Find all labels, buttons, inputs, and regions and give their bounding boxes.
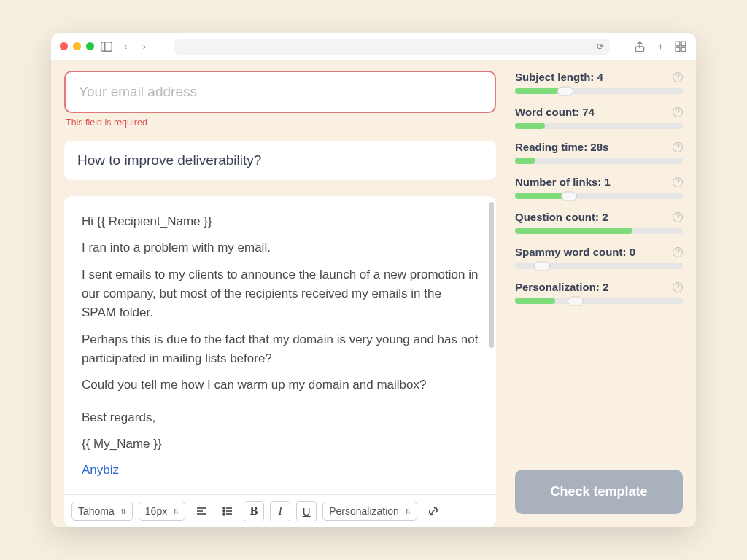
subject-text: How to improve deliverability?	[77, 152, 261, 168]
font-size-select[interactable]: 16px ⇅	[139, 502, 185, 521]
help-icon[interactable]: ?	[673, 282, 683, 292]
svg-point-12	[223, 510, 225, 512]
metric-label: Question count: 2	[515, 211, 608, 223]
metric-bar	[515, 192, 683, 199]
help-icon[interactable]: ?	[673, 72, 683, 82]
page-content: Your email address This field is require…	[51, 61, 696, 527]
metric-bar	[515, 228, 683, 234]
metric-label: Word count: 74	[515, 106, 595, 118]
scrollbar[interactable]	[489, 202, 494, 348]
body-line: Perhaps this is due to the fact that my …	[82, 330, 479, 369]
metric-bar	[515, 262, 683, 269]
left-column: Your email address This field is require…	[64, 71, 496, 527]
tabs-overview-icon[interactable]	[674, 40, 687, 53]
body-line: Best regards,	[82, 408, 479, 427]
metric-thumb[interactable]	[534, 261, 550, 271]
metric-thumb[interactable]	[557, 86, 573, 96]
svg-rect-4	[681, 42, 686, 46]
maximize-window-icon[interactable]	[86, 42, 94, 50]
browser-window: ‹ › ⟳ ＋ Your email address This field is…	[51, 33, 696, 527]
address-bar[interactable]: ⟳	[174, 39, 610, 55]
help-icon[interactable]: ?	[673, 107, 683, 117]
forward-icon[interactable]: ›	[138, 40, 151, 53]
new-tab-icon[interactable]: ＋	[654, 40, 667, 53]
metric-row: Spammy word count: 0?	[515, 246, 683, 269]
chevron-updown-icon: ⇅	[120, 508, 126, 516]
email-editor: Hi {{ Recipient_Name }} I ran into a pro…	[64, 196, 496, 527]
metric-row: Word count: 74?	[515, 106, 683, 129]
font-family-select[interactable]: Tahoma ⇅	[71, 502, 133, 521]
subject-input[interactable]: How to improve deliverability?	[64, 141, 496, 180]
metric-row: Question count: 2?	[515, 211, 683, 234]
body-line: I ran into a problem with my email.	[82, 238, 479, 257]
editor-toolbar: Tahoma ⇅ 16px ⇅ B I U	[64, 494, 496, 527]
body-link[interactable]: Anybiz	[82, 463, 119, 477]
svg-point-14	[223, 513, 225, 515]
svg-rect-0	[101, 42, 112, 50]
email-input-placeholder: Your email address	[79, 84, 197, 99]
metric-row: Personalization: 2?	[515, 281, 683, 304]
sidebar-toggle-icon[interactable]	[100, 40, 113, 53]
body-line: Could you tell me how I can warm up my d…	[82, 376, 479, 394]
metric-label: Personalization: 2	[515, 281, 608, 293]
metrics-panel: Subject length: 4?Word count: 74?Reading…	[515, 71, 683, 527]
body-line: Hi {{ Recipient_Name }}	[82, 212, 479, 231]
traffic-lights	[60, 42, 94, 50]
metric-label: Number of links: 1	[515, 176, 611, 188]
metric-bar	[515, 122, 683, 129]
metric-label: Subject length: 4	[515, 71, 603, 83]
email-error-text: This field is required	[66, 117, 495, 128]
metric-thumb[interactable]	[568, 296, 584, 306]
check-template-button[interactable]: Check template	[515, 470, 683, 514]
personalization-label: Personalization	[329, 505, 399, 517]
italic-button[interactable]: I	[270, 501, 290, 521]
font-size-value: 16px	[145, 505, 167, 517]
bold-button[interactable]: B	[244, 501, 264, 521]
align-left-icon[interactable]	[191, 501, 212, 521]
svg-rect-3	[676, 42, 680, 46]
metric-bar	[515, 158, 683, 164]
help-icon[interactable]: ?	[673, 212, 683, 222]
email-input[interactable]: Your email address	[64, 71, 496, 113]
minimize-window-icon[interactable]	[73, 42, 81, 50]
help-icon[interactable]: ?	[673, 247, 683, 257]
metric-row: Number of links: 1?	[515, 176, 683, 199]
chevron-updown-icon: ⇅	[405, 508, 411, 516]
back-icon[interactable]: ‹	[119, 40, 132, 53]
metric-row: Reading time: 28s?	[515, 141, 683, 164]
body-line: I sent emails to my clients to announce …	[82, 265, 479, 323]
metric-row: Subject length: 4?	[515, 71, 683, 94]
list-icon[interactable]	[217, 501, 238, 521]
font-family-value: Tahoma	[78, 505, 115, 517]
share-icon[interactable]	[633, 40, 646, 53]
metric-label: Spammy word count: 0	[515, 246, 635, 258]
link-icon[interactable]	[423, 501, 444, 521]
metric-thumb[interactable]	[561, 191, 577, 201]
reload-icon[interactable]: ⟳	[597, 42, 604, 52]
svg-rect-6	[681, 47, 686, 52]
body-line: {{ My_Name }}	[82, 435, 479, 454]
personalization-select[interactable]: Personalization ⇅	[322, 502, 417, 521]
metric-label: Reading time: 28s	[515, 141, 608, 153]
close-window-icon[interactable]	[60, 42, 68, 50]
editor-body[interactable]: Hi {{ Recipient_Name }} I ran into a pro…	[64, 196, 496, 494]
underline-button[interactable]: U	[296, 501, 317, 521]
help-icon[interactable]: ?	[673, 142, 683, 152]
browser-titlebar: ‹ › ⟳ ＋	[51, 33, 696, 61]
metric-bar	[515, 88, 683, 94]
svg-point-10	[223, 508, 225, 509]
metric-bar	[515, 298, 683, 304]
check-template-label: Check template	[550, 484, 647, 499]
chevron-updown-icon: ⇅	[173, 508, 179, 516]
help-icon[interactable]: ?	[673, 177, 683, 187]
svg-rect-5	[676, 47, 680, 52]
